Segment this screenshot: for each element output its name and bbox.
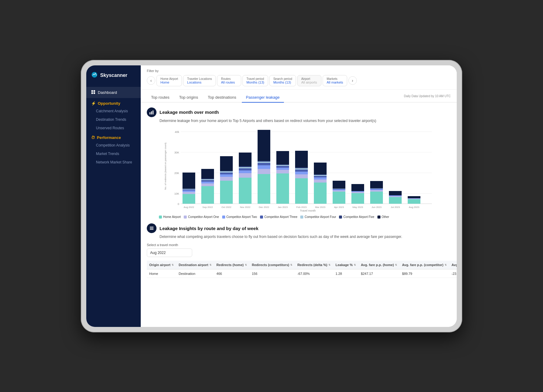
filter-pill-home-airport[interactable]: Home Airport Home <box>156 75 182 86</box>
svg-rect-85 <box>333 189 345 189</box>
sidebar-item-competition[interactable]: Competition Analysis <box>86 141 141 150</box>
travel-period-label: Travel period <box>246 77 264 81</box>
svg-rect-24 <box>183 173 195 189</box>
svg-rect-101 <box>370 189 383 189</box>
svg-rect-51 <box>258 169 270 174</box>
svg-rect-5 <box>151 111 152 114</box>
filter-prev-button[interactable]: ‹ <box>147 76 155 85</box>
th-leakage[interactable]: Leakage % ⇅ <box>333 261 358 269</box>
insights-section: Leakage Insights by route and by day of … <box>147 223 451 278</box>
tabs-bar: Top routes Top origins Top destinations … <box>141 90 457 103</box>
svg-rect-67 <box>295 174 308 178</box>
svg-rect-92 <box>351 191 364 192</box>
sidebar-item-dashboard[interactable]: Dashboard <box>86 87 141 98</box>
catchment-label: Catchment Analysis <box>96 109 128 113</box>
filter-pill-airport[interactable]: Airport All airports <box>297 75 321 86</box>
insights-desc: Determine what competing airports travel… <box>160 234 451 239</box>
th-redirects-delta[interactable]: Redirects (delta %) ⇅ <box>295 261 333 269</box>
svg-rect-86 <box>333 189 345 189</box>
th-avg-fare-diff[interactable]: Avg. fare difference % ⇅ <box>449 261 457 269</box>
svg-text:May 2023: May 2023 <box>352 206 363 209</box>
legend-home-airport: Home Airport <box>159 215 181 219</box>
sidebar-item-unserved-routes[interactable]: Unserved Routes <box>86 124 141 132</box>
svg-rect-76 <box>314 177 327 180</box>
airport-label: Airport <box>301 77 318 81</box>
svg-text:Jun 2023: Jun 2023 <box>372 206 382 209</box>
svg-rect-100 <box>370 189 383 190</box>
sidebar-item-destination-trends[interactable]: Destination Trends <box>86 115 141 124</box>
unserved-routes-label: Unserved Routes <box>96 126 124 130</box>
svg-rect-48 <box>239 153 252 166</box>
svg-rect-70 <box>295 168 308 170</box>
lightning-icon: ⚡ <box>91 101 96 106</box>
svg-rect-108 <box>389 196 402 196</box>
performance-label: Performance <box>97 135 121 140</box>
svg-rect-74 <box>314 183 327 204</box>
svg-rect-2 <box>91 92 93 94</box>
legend-comp1: Competitor Airport One <box>184 215 219 219</box>
svg-rect-20 <box>183 190 195 192</box>
svg-rect-53 <box>258 163 270 165</box>
th-origin-airport[interactable]: Origin airport ⇅ <box>147 261 176 269</box>
sidebar-section-performance[interactable]: ⏱ Performance <box>86 132 141 141</box>
svg-rect-62 <box>276 165 289 166</box>
th-redirects-home[interactable]: Redirects (home) ⇅ <box>214 261 249 269</box>
legend-dot-comp1 <box>184 216 187 219</box>
markets-value: All markets <box>327 81 343 84</box>
select-month-input[interactable] <box>147 249 192 257</box>
filter-pill-markets[interactable]: Markets All markets <box>323 75 347 86</box>
routes-value: All routes <box>221 81 237 84</box>
main-content: Filter by ‹ Home Airport Home Traveler L… <box>141 65 457 327</box>
sidebar-item-network-market[interactable]: Network Market Share <box>86 158 141 166</box>
svg-rect-38 <box>220 171 233 173</box>
legend-comp3: Competitor Airport Three <box>260 215 297 219</box>
tablet-screen: Skyscanner Dashboard ⚡ <box>86 65 457 327</box>
markets-label: Markets <box>327 77 343 81</box>
filter-next-button[interactable]: › <box>348 76 357 85</box>
svg-rect-43 <box>239 173 252 178</box>
cell-redirects-home: 466 <box>214 269 249 278</box>
tablet-frame: Skyscanner Dashboard ⚡ <box>81 60 462 332</box>
svg-text:No. of redirects (based on pas: No. of redirects (based on passenger cou… <box>164 143 167 190</box>
tab-passenger-leakage[interactable]: Passenger leakage <box>242 93 284 103</box>
tab-top-routes[interactable]: Top routes <box>147 93 174 103</box>
svg-rect-54 <box>258 162 270 163</box>
legend-comp4: Competitor Airport Four <box>300 215 336 219</box>
legend-label-other: Other <box>382 215 389 219</box>
svg-rect-4 <box>150 112 150 114</box>
svg-rect-93 <box>351 191 364 191</box>
svg-rect-45 <box>239 168 252 170</box>
th-avg-fare-comp[interactable]: Avg. fare p.p. (competitor) ⇅ <box>400 261 449 269</box>
svg-rect-71 <box>295 167 308 168</box>
tab-top-destinations[interactable]: Top destinations <box>204 93 241 103</box>
insights-title: Leakage Insights by route and by day of … <box>160 226 258 231</box>
sidebar-item-catchment[interactable]: Catchment Analysis <box>86 107 141 115</box>
traveler-locations-label: Traveler Locations <box>187 77 212 81</box>
svg-text:Nov 2022: Nov 2022 <box>240 206 251 209</box>
svg-rect-52 <box>258 165 270 169</box>
sidebar-navigation: Dashboard ⚡ Opportunity Catchment Analys… <box>86 84 141 327</box>
svg-rect-59 <box>276 170 289 173</box>
svg-rect-36 <box>220 174 233 177</box>
svg-text:Aug 2022: Aug 2022 <box>184 206 194 209</box>
sidebar-item-market-trends[interactable]: Market Trends <box>86 150 141 158</box>
filter-pill-travel-period[interactable]: Travel period Months (13) <box>242 75 268 86</box>
filter-pill-search-period[interactable]: Search period Months (13) <box>269 75 296 86</box>
grid-icon <box>91 90 95 95</box>
th-redirects-competitors[interactable]: Redirects (competitors) ⇅ <box>249 261 295 269</box>
svg-rect-32 <box>201 169 214 179</box>
th-destination-airport[interactable]: Destination airport ⇅ <box>176 261 214 269</box>
filter-pill-routes[interactable]: Routes All routes <box>217 75 241 86</box>
th-avg-fare-home[interactable]: Avg. fare p.p. (home) ⇅ <box>358 261 400 269</box>
filter-pill-traveler-locations[interactable]: Traveler Locations Locations <box>183 75 216 86</box>
sidebar-section-opportunity[interactable]: ⚡ Opportunity <box>86 98 141 107</box>
svg-rect-112 <box>389 191 402 195</box>
svg-rect-6 <box>153 110 153 114</box>
tab-top-origins[interactable]: Top origins <box>175 93 202 103</box>
svg-rect-78 <box>314 175 327 176</box>
svg-text:20K: 20K <box>174 172 179 175</box>
data-update-text: Daily Data Updated by 10 AM UTC <box>404 94 451 100</box>
legend-label-comp1: Competitor Airport One <box>188 215 219 219</box>
svg-rect-66 <box>295 178 308 204</box>
svg-rect-19 <box>183 192 195 194</box>
